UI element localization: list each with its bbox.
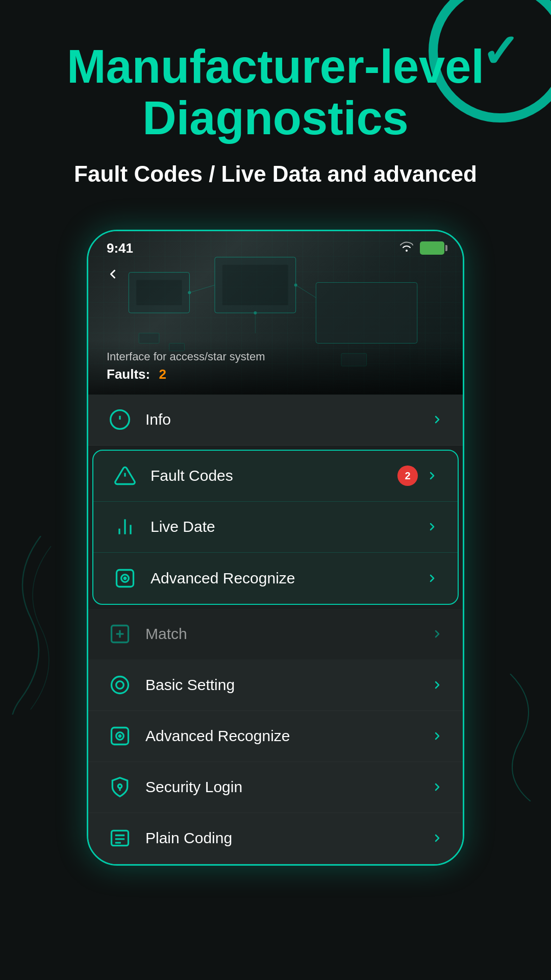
live-date-label: Live Date [151,518,425,535]
svg-point-28 [112,677,129,694]
subtitle: Fault Codes / Live Data and advanced [31,159,520,188]
svg-point-12 [294,283,297,286]
status-time: 9:41 [107,240,133,256]
svg-point-32 [119,735,121,737]
menu-item-security-login[interactable]: Security Login [88,762,463,813]
battery-icon [420,241,444,255]
advanced-recognize-chevron [430,729,444,743]
decorative-lines-right [500,674,551,801]
status-bar: 9:41 [88,231,463,261]
svg-point-29 [116,681,124,689]
basic-setting-chevron [430,678,444,692]
match-icon [107,621,133,647]
security-login-icon [107,774,133,800]
menu-item-live-date[interactable]: Live Date [93,502,458,553]
header-section: Manufacturer-level Diagnostics Fault Cod… [0,0,551,209]
info-icon [107,406,133,433]
plain-coding-label: Plain Coding [145,829,430,847]
fault-codes-badge: 2 [397,465,418,486]
menu-item-info[interactable]: Info [88,395,463,446]
svg-point-11 [188,291,191,294]
hero-overlay: Interface for access/star system Faults:… [88,340,463,395]
fault-codes-icon [112,462,138,489]
status-icons [399,241,444,255]
advanced-recognize-highlighted-icon [112,565,138,592]
menu-item-basic-setting[interactable]: Basic Setting [88,660,463,711]
info-label: Info [145,411,430,428]
plain-coding-chevron [430,831,444,845]
advanced-recognize-icon [107,723,133,749]
svg-rect-1 [136,280,182,305]
menu-item-plain-coding[interactable]: Plain Coding [88,813,463,864]
security-login-chevron [430,780,444,794]
basic-setting-icon [107,672,133,698]
live-date-chevron [425,520,439,534]
main-title: Manufacturer-level Diagnostics [31,41,520,144]
hero-subtitle: Interface for access/star system [107,350,444,363]
faults-count: 2 [159,366,166,382]
advanced-recognize-highlighted-label: Advanced Recognize [151,570,425,587]
svg-rect-4 [316,282,417,343]
fault-codes-chevron [425,469,439,483]
svg-point-13 [254,311,257,314]
menu-item-match[interactable]: Match [88,609,463,660]
plain-coding-icon [107,825,133,851]
svg-point-24 [124,577,126,579]
wifi-icon [399,241,414,255]
highlighted-menu-block: Fault Codes 2 Live Date [92,450,459,605]
advanced-recognize-label: Advanced Recognize [145,727,430,745]
menu-item-advanced-recognize[interactable]: Advanced Recognize [88,711,463,762]
security-login-label: Security Login [145,778,430,796]
svg-rect-3 [222,264,288,305]
basic-setting-label: Basic Setting [145,676,430,694]
svg-line-6 [296,285,316,298]
hero-faults: Faults: 2 [107,366,444,382]
match-chevron [430,627,444,641]
menu-item-fault-codes[interactable]: Fault Codes 2 [93,451,458,502]
decorative-lines-left [0,536,61,715]
bottom-menu-list: Match Basic Setting [88,609,463,864]
svg-point-33 [118,785,121,788]
advanced-recognize-highlighted-chevron [425,571,439,585]
info-chevron [430,412,444,427]
back-button[interactable] [101,262,125,286]
phone-mockup: 9:41 [87,230,464,866]
fault-codes-label: Fault Codes [151,467,397,484]
menu-item-advanced-recognize-highlighted[interactable]: Advanced Recognize [93,553,458,604]
svg-line-5 [189,285,215,292]
match-label: Match [145,625,430,643]
live-data-icon [112,513,138,540]
